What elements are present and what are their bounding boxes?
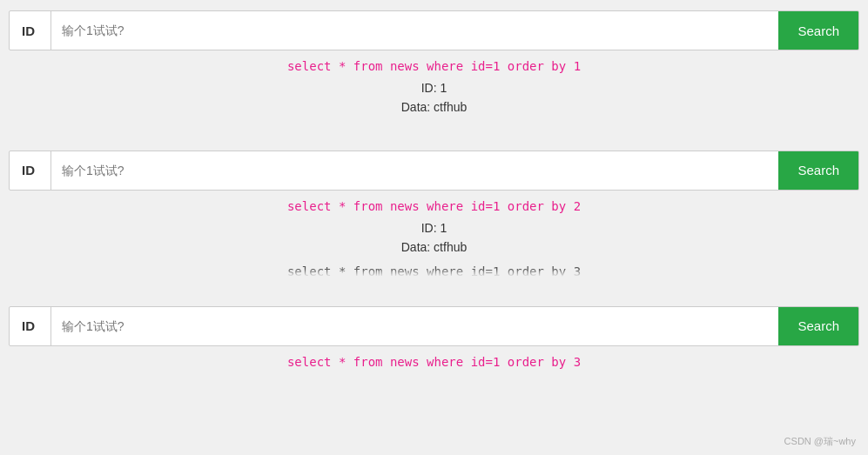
search-row-1: ID Search <box>9 10 859 50</box>
result-area-1: select * from news where id=1 order by 1… <box>9 50 859 121</box>
sql-query-1: select * from news where id=1 order by 1 <box>9 59 859 73</box>
id-label-1: ID <box>10 11 51 50</box>
result-area-2: select * from news where id=1 order by 2… <box>9 191 859 261</box>
partial-query-text: select * from news where id=1 order by 3 <box>9 261 859 277</box>
sql-query-3: select * from news where id=1 order by 3 <box>9 355 859 369</box>
panel-2: ID Search select * from news where id=1 … <box>0 140 868 291</box>
result-data-1: Data: ctfhub <box>9 97 859 117</box>
search-input-2[interactable] <box>51 151 778 190</box>
search-button-3[interactable]: Search <box>778 307 858 345</box>
result-data-2: Data: ctfhub <box>9 238 859 257</box>
search-input-1[interactable] <box>51 11 778 50</box>
panel-3: ID Search select * from news where id=1 … <box>0 296 868 378</box>
watermark: CSDN @瑞~why <box>784 435 856 448</box>
search-row-2: ID Search <box>9 151 859 191</box>
search-button-1[interactable]: Search <box>778 11 858 50</box>
panel-1: ID Search select * from news where id=1 … <box>0 0 868 135</box>
result-id-1: ID: 1 <box>9 78 859 97</box>
result-id-2: ID: 1 <box>9 218 859 238</box>
result-area-3: select * from news where id=1 order by 3 <box>9 346 859 378</box>
search-button-2[interactable]: Search <box>778 151 858 190</box>
search-input-3[interactable] <box>51 307 778 345</box>
sql-query-2: select * from news where id=1 order by 2 <box>9 199 859 213</box>
id-label-2: ID <box>10 151 51 190</box>
search-row-3: ID Search <box>9 306 859 346</box>
id-label-3: ID <box>10 307 51 345</box>
